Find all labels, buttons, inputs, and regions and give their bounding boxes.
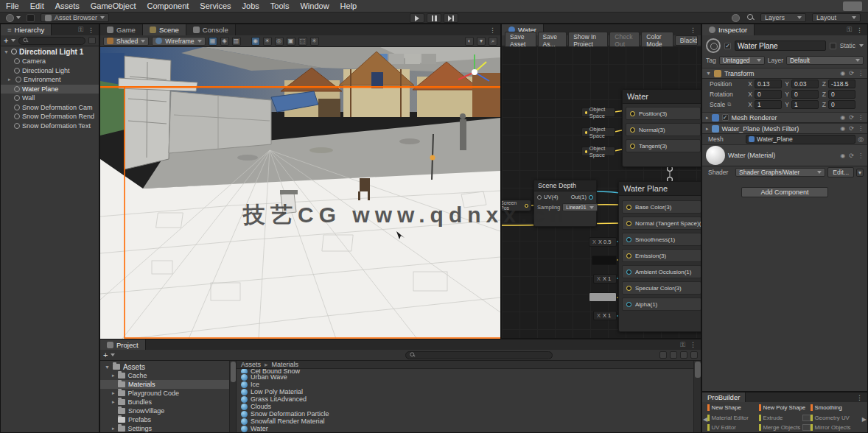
folder-bundles[interactable]: ▸Bundles (100, 398, 229, 406)
presets-icon[interactable]: ◉ (840, 70, 845, 77)
presets-icon[interactable]: ◉ (840, 114, 845, 121)
layout-dropdown[interactable]: Layout (812, 13, 861, 22)
reset-icon[interactable]: ⟳ (849, 114, 854, 121)
menu-tools[interactable]: Tools (270, 1, 290, 10)
filter-label-icon[interactable] (680, 351, 687, 359)
pb-material-editor[interactable]: Material Editor (707, 413, 759, 423)
panel-menu-icon[interactable]: ⋮ (856, 27, 864, 34)
presets-icon[interactable]: ◉ (840, 152, 845, 159)
draw-mode-dropdown[interactable]: Shaded (103, 37, 149, 46)
effects-toggle-icon[interactable]: ▣ (287, 37, 295, 46)
alpha-default-widget[interactable]: XX 1 (593, 311, 617, 320)
wireframe-mode-dropdown[interactable]: Wireframe (152, 37, 205, 46)
gizmos-dropdown-icon[interactable]: ▾ (477, 37, 486, 46)
component-menu-icon[interactable]: ⋮ (858, 125, 864, 132)
tab-probuilder[interactable]: ProBuilder (702, 392, 746, 402)
position-x-field[interactable]: 0.13 (755, 80, 782, 88)
material-preview-sphere[interactable] (706, 146, 725, 165)
snap-toggle-icon[interactable]: ▥ (232, 37, 241, 46)
hierarchy-search-input[interactable] (18, 37, 85, 45)
scene-visibility-eye-icon[interactable]: ◉ (251, 37, 260, 46)
vector-port-icon[interactable] (630, 111, 635, 116)
scale-z-field[interactable]: 0 (828, 100, 855, 109)
tab-project[interactable]: Project (100, 339, 146, 350)
file-item[interactable]: Ice (237, 381, 693, 388)
position-z-field[interactable]: -118.5 (828, 80, 855, 88)
object-space-pill[interactable]: Object Space (581, 108, 615, 117)
version-control-icon[interactable] (6, 14, 14, 22)
tab-hierarchy[interactable]: ≡Hierarchy (1, 24, 52, 35)
lock-icon[interactable]: ⚿ (680, 341, 685, 349)
menu-services[interactable]: Services (200, 1, 231, 10)
folder-assets-root[interactable]: ▼Assets (100, 362, 229, 371)
position-y-field[interactable]: 0.03 (791, 80, 819, 88)
smoothness-default-widget[interactable]: XX 0.5 (589, 237, 617, 247)
pb-options-box[interactable] (802, 424, 811, 431)
scale-x-field[interactable]: 1 (755, 100, 782, 109)
menu-edit[interactable]: Edit (30, 1, 44, 10)
file-item[interactable]: Low Poly Material (237, 388, 693, 395)
layout-slider-icon[interactable] (690, 351, 698, 359)
active-checkbox[interactable]: ✓ (724, 43, 731, 49)
reset-icon[interactable]: ⟳ (849, 152, 854, 159)
object-space-pill[interactable]: Object Space (581, 127, 615, 137)
hierarchy-item-directional-light[interactable]: Directional Light (1, 66, 99, 76)
folder-settings[interactable]: ▸Settings (100, 424, 229, 432)
transform-component-header[interactable]: ▼ Transform ◉⟳⋮ (702, 68, 867, 79)
window-controls-icon[interactable] (843, 1, 862, 11)
water-node[interactable]: Water Position(3) Normal(3) Tangent(3) (622, 89, 701, 167)
vector-port-icon[interactable] (630, 127, 635, 133)
rotation-x-field[interactable]: 0 (755, 90, 782, 99)
uv-port-icon[interactable] (537, 195, 542, 200)
menu-window[interactable]: Window (300, 1, 329, 10)
toolbar-plugin-dropdown[interactable]: Asset Browser (41, 13, 109, 22)
renderer-enabled-checkbox[interactable]: ✓ (722, 114, 729, 121)
layers-dropdown[interactable]: Layers (760, 13, 806, 22)
water-plane-node[interactable]: Water Plane Base Color(3) Normal (Tangen… (618, 181, 701, 332)
vector-port-icon[interactable] (626, 253, 631, 258)
mesh-filter-header[interactable]: ▸ Water_Plane (Mesh Filter) ◉⟳⋮ (702, 123, 867, 134)
expand-arrow-icon[interactable]: ▸ (8, 77, 13, 82)
static-checkbox[interactable] (830, 43, 836, 49)
hierarchy-item-snow-deformation-cam[interactable]: Snow Deformation Cam (1, 103, 99, 113)
object-name-field[interactable]: Water Plane (735, 41, 826, 51)
panel-menu-icon[interactable]: ⋮ (690, 341, 697, 348)
create-asset-button[interactable]: + (103, 351, 108, 359)
file-item[interactable]: Water (237, 425, 693, 432)
object-space-pill[interactable]: Object Space (581, 147, 615, 156)
folder-snowvillage[interactable]: SnowVillage (100, 406, 229, 415)
file-item[interactable]: Clouds (237, 403, 693, 410)
tab-console[interactable]: Console (186, 24, 236, 35)
add-component-button[interactable]: Add Component (741, 187, 828, 197)
hidden-packages-icon[interactable] (659, 351, 667, 359)
blackboard-toggle[interactable]: Blackb (675, 35, 698, 46)
folder-prefabs[interactable]: Prefabs (100, 415, 229, 424)
hierarchy-item-wall[interactable]: Wall (1, 94, 99, 103)
pb-uv-editor[interactable]: UV Editor (707, 423, 759, 433)
play-button[interactable] (410, 13, 424, 23)
file-item[interactable]: Urban Wave (237, 373, 693, 381)
vector-port-icon[interactable] (626, 286, 631, 291)
filter-type-icon[interactable] (670, 351, 677, 359)
pivot-toggle-icon[interactable]: ◈ (220, 37, 229, 46)
rotation-z-field[interactable]: 0 (828, 90, 855, 99)
vector-port-icon[interactable] (626, 221, 631, 226)
create-caret-icon[interactable] (11, 39, 15, 42)
lock-icon[interactable]: ⚿ (847, 26, 852, 34)
pb-new-shape[interactable]: New Shape (707, 403, 759, 413)
shader-dropdown[interactable]: Shader Graphs/Water (735, 168, 825, 177)
hierarchy-item-environment[interactable]: ▸ Environment (1, 75, 99, 85)
breadcrumb-assets[interactable]: Assets (241, 361, 261, 368)
pb-geometry-uv[interactable]: Geometry UV (811, 413, 862, 423)
create-button[interactable]: + (4, 36, 8, 45)
hierarchy-item-snow-deformation-text[interactable]: Snow Deformation Text (1, 122, 99, 131)
pause-button[interactable] (427, 13, 441, 23)
panel-menu-icon[interactable]: ⋮ (489, 27, 497, 34)
mesh-object-field[interactable]: Water_Plane (746, 135, 855, 144)
menu-assets[interactable]: Assets (55, 1, 80, 10)
expand-arrow-icon[interactable]: ▼ (4, 49, 9, 54)
file-item[interactable]: Snow Deformation Particle (237, 410, 693, 418)
graph-canvas[interactable]: Object Space Object Space Object Space W… (502, 46, 701, 338)
lock-icon[interactable]: ⚿ (78, 26, 83, 34)
vector-port-icon[interactable] (626, 205, 631, 210)
